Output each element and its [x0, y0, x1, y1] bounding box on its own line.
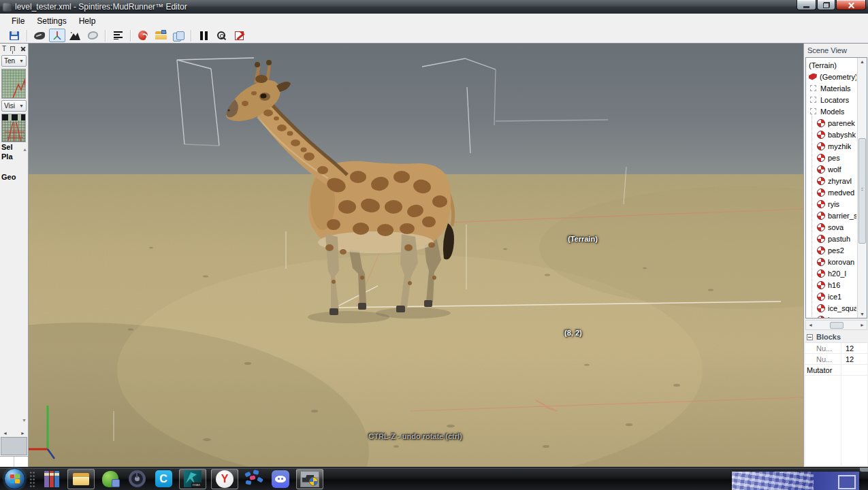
- tree-item-locators[interactable]: Locators: [807, 94, 856, 105]
- tree-item-model[interactable]: parenek: [807, 117, 856, 129]
- panel-title: T: [2, 45, 6, 52]
- property-row[interactable]: Nu... 12: [805, 354, 867, 365]
- tree-item-model[interactable]: ice1: [807, 291, 856, 302]
- yandex-browser-icon: Y: [216, 470, 234, 488]
- terrain-tool-button[interactable]: [67, 29, 83, 42]
- property-row-mutator[interactable]: Mutator: [805, 365, 867, 376]
- scroll-down-icon[interactable]: ▼: [22, 418, 27, 423]
- save-icon: [10, 31, 19, 40]
- duplicate-button[interactable]: [170, 29, 187, 42]
- terrain-dropdown[interactable]: Ten ▼: [1, 55, 27, 67]
- toolbar-separator: [191, 30, 191, 42]
- driver-tool-icon: [102, 471, 118, 487]
- scroll-up-icon[interactable]: ▲: [22, 147, 27, 152]
- taskbar-item-steering[interactable]: [126, 469, 148, 489]
- brush-tool-button[interactable]: [31, 29, 48, 42]
- tree-item-model[interactable]: ice_squa: [807, 314, 856, 318]
- tree-item-model[interactable]: pes2: [807, 244, 856, 256]
- tree-item-model[interactable]: pastuh: [807, 233, 856, 244]
- vertical-scrollbar[interactable]: ▲ ▼: [857, 58, 867, 318]
- scroll-down-icon[interactable]: ▼: [858, 312, 867, 316]
- taskbar-item-explorer[interactable]: [67, 469, 95, 489]
- tree-item-model[interactable]: h20_l: [807, 267, 856, 279]
- menu-settings[interactable]: Settings: [31, 15, 72, 27]
- model-ball-icon: [817, 200, 825, 208]
- horizontal-scrollbar[interactable]: ◄ ►: [805, 320, 867, 330]
- window-title: level_tester.xml - Spintires:MudRunner™ …: [15, 2, 187, 12]
- zoom-search-icon: [217, 31, 225, 39]
- scroll-up-icon[interactable]: ▲: [858, 59, 867, 64]
- tree-item-model[interactable]: ryis: [807, 198, 856, 210]
- start-button[interactable]: [4, 468, 25, 489]
- tree-item-model[interactable]: wolf: [807, 163, 856, 175]
- model-ball-icon: [817, 131, 825, 139]
- show-desktop-button[interactable]: [860, 468, 868, 472]
- taskbar-item-winrar[interactable]: [41, 469, 63, 489]
- tree-item-model[interactable]: korovan: [807, 256, 856, 267]
- tree-item-materials[interactable]: Materials: [807, 82, 856, 94]
- tree-item-model[interactable]: medved: [807, 186, 856, 198]
- taskbar-item-driver-tool[interactable]: [99, 469, 121, 489]
- menu-file[interactable]: File: [5, 15, 31, 27]
- tree-item-model[interactable]: sova: [807, 221, 856, 233]
- visibility-dropdown[interactable]: Visi ▼: [1, 100, 27, 112]
- tree-item-geometry[interactable]: (Geometry): [807, 71, 856, 82]
- lines-tool-button[interactable]: [110, 29, 126, 42]
- sidebar-item-geo[interactable]: Geo: [0, 172, 28, 182]
- tree-item-model[interactable]: babyshk: [807, 129, 856, 140]
- scroll-right-icon[interactable]: ►: [20, 431, 25, 436]
- group-box-icon: [810, 85, 816, 91]
- scroll-left-icon[interactable]: ◄: [808, 323, 813, 327]
- scroll-left-icon[interactable]: ◄: [3, 431, 7, 436]
- scene-view-title: Scene View: [804, 44, 868, 57]
- tree-item-models[interactable]: Models: [807, 105, 856, 117]
- taskbar-item-yandex[interactable]: Y: [211, 469, 238, 489]
- tree-item-model[interactable]: h16: [807, 279, 856, 291]
- taskbar-item-shapes[interactable]: [243, 469, 265, 489]
- collapse-icon[interactable]: [807, 334, 813, 340]
- sidebar-item-plant[interactable]: Pla: [0, 152, 28, 161]
- model-ball-icon: [817, 212, 825, 220]
- axis-tool-button[interactable]: [49, 29, 65, 42]
- tree-item-model[interactable]: myzhik: [807, 140, 856, 152]
- save-button[interactable]: [6, 29, 22, 42]
- rock-tool-button[interactable]: [84, 29, 101, 42]
- scrollbar-thumb[interactable]: [858, 138, 866, 244]
- quit-editor-icon: [235, 31, 244, 40]
- folder-icon: [73, 473, 89, 485]
- close-button[interactable]: [836, 0, 866, 10]
- record-button[interactable]: [135, 29, 151, 42]
- visibility-preview[interactable]: [1, 114, 26, 142]
- tree-item-model[interactable]: pes: [807, 152, 856, 163]
- tree-item-model[interactable]: barrier_s: [807, 210, 856, 221]
- restore-button[interactable]: [817, 0, 835, 10]
- open-folder-button[interactable]: [152, 29, 169, 42]
- property-grid: Blocks Nu... 12 Nu... 12 Mutator: [805, 331, 867, 466]
- minimize-button[interactable]: [797, 0, 816, 10]
- terrain-brush-preview[interactable]: [1, 69, 26, 99]
- panel-close-icon[interactable]: [20, 46, 26, 52]
- group-box-icon: [810, 108, 816, 114]
- blocks-header[interactable]: Blocks: [805, 331, 867, 343]
- quit-editor-button[interactable]: [231, 29, 247, 42]
- property-row[interactable]: Nu... 12: [805, 343, 867, 354]
- toolbar-separator: [105, 30, 106, 42]
- taskbar-item-discord[interactable]: [270, 469, 291, 489]
- taskbar-item-mudrunner-editor[interactable]: [296, 469, 323, 489]
- zoom-button[interactable]: [213, 29, 229, 42]
- pause-button[interactable]: [195, 29, 212, 42]
- model-ball-icon: [817, 246, 825, 255]
- taskbar-item-clone[interactable]: C: [152, 469, 174, 489]
- viewport-3d[interactable]: (Terrain) (8, 2) CTRL-Z - undo rotate (c…: [29, 44, 803, 467]
- menu-help[interactable]: Help: [73, 15, 102, 27]
- model-ball-icon: [817, 304, 825, 312]
- taskbar-item-3dsmax[interactable]: max: [179, 469, 206, 489]
- scroll-right-icon[interactable]: ►: [860, 323, 865, 327]
- horizontal-scrollbar[interactable]: ◄ ►: [0, 431, 28, 436]
- title-bar[interactable]: level_tester.xml - Spintires:MudRunner™ …: [0, 0, 868, 14]
- scrollbar-thumb[interactable]: [830, 322, 843, 329]
- tree-item-terrain[interactable]: (Terrain): [807, 59, 856, 71]
- tree-item-model[interactable]: ice_squa: [807, 302, 856, 314]
- tree-item-model[interactable]: zhyravl: [807, 175, 856, 186]
- pin-icon[interactable]: [10, 46, 15, 51]
